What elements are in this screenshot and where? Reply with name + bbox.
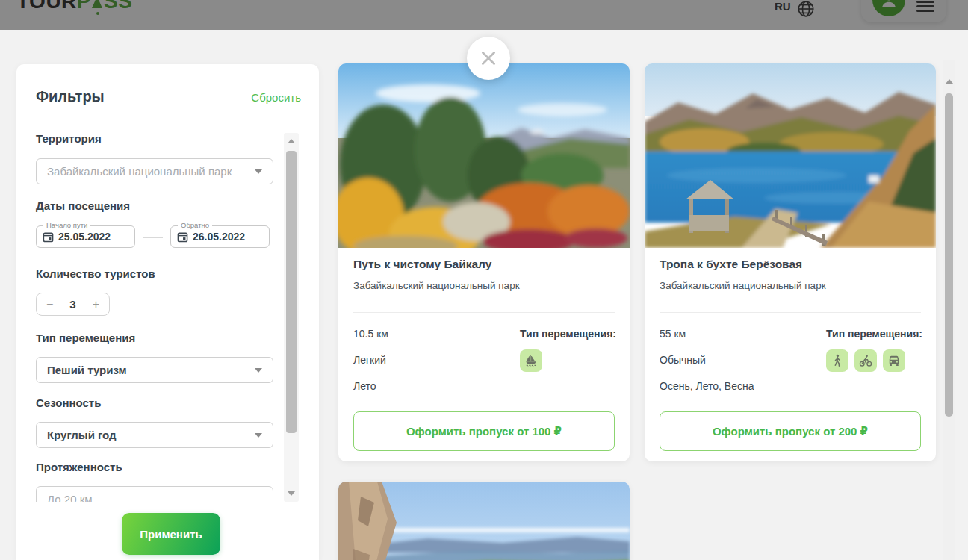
divider [353,312,615,313]
route-park: Забайкальский национальный парк [353,280,520,291]
season-label: Сезонность [36,396,101,409]
territory-label: Территория [36,132,102,145]
chevron-down-icon [255,368,262,373]
chevron-down-icon [255,169,262,174]
movement-types-label: Тип перемещения: [826,328,922,340]
stepper-plus-button[interactable]: + [93,299,99,311]
date-start-legend: Начало пути [43,221,90,229]
route-difficulty: Обычный [660,354,706,366]
date-start-value: 25.05.2022 [58,231,111,243]
route-photo-autumn-forest [338,63,630,248]
length-label: Протяженность [36,461,122,473]
date-range-dash [143,237,163,238]
date-end-legend: Обратно [178,221,212,229]
tourists-stepper: − 3 + [36,293,110,316]
cycling-icon [854,349,877,372]
movement-label: Тип перемещения [36,332,135,344]
car-icon [883,349,905,372]
territory-value: Забайкальский национальный парк [47,165,232,178]
length-select-clipped: До 20 км [36,486,273,502]
route-card[interactable]: Тропа к бухте Берёзовая Забайкальский на… [645,63,936,461]
panel-scrollbar[interactable] [284,133,299,502]
date-end-field[interactable]: Обратно 26.05.2022 [170,225,270,248]
route-card[interactable] [338,482,630,560]
filters-panel: Фильтры Сбросить Территория Забайкальски… [16,64,319,560]
calendar-icon [177,231,188,243]
route-difficulty: Легкий [353,354,386,366]
close-modal-button[interactable] [467,37,510,80]
page-scrollbar-thumb[interactable] [945,93,953,417]
date-start-field[interactable]: Начало пути 25.05.2022 [36,225,135,248]
season-value: Круглый год [47,429,117,441]
calendar-icon [43,231,54,243]
modal-backdrop [0,0,968,30]
movement-value: Пеший туризм [47,364,127,376]
route-photo-cliff-bay [338,482,630,560]
divider [660,312,921,313]
route-distance: 10.5 км [353,328,388,340]
get-pass-button[interactable]: Оформить пропуск от 100 ₽ [353,411,615,451]
route-card[interactable]: Путь к чистому Байкалу Забайкальский нац… [338,63,630,461]
movement-types [826,349,905,372]
route-park: Забайкальский национальный парк [660,280,826,291]
dates-label: Даты посещения [36,199,130,212]
length-select[interactable]: До 20 км [36,486,273,502]
routes-modal: Фильтры Сбросить Территория Забайкальски… [0,30,968,560]
panel-scrollbar-thumb[interactable] [286,151,297,433]
chevron-down-icon [255,433,262,438]
route-distance: 55 км [660,328,686,340]
movement-select[interactable]: Пеший туризм [36,357,273,383]
sailing-icon [520,349,542,372]
movement-types-label: Тип перемещения: [520,328,616,340]
route-title: Путь к чистому Байкалу [353,258,491,271]
close-icon [479,49,498,68]
route-photo-lake-gazebo [645,63,936,248]
scroll-down-icon[interactable] [288,491,295,496]
movement-types [520,349,542,372]
route-seasons: Осень, Лето, Весна [660,380,754,392]
page-scrollbar[interactable] [943,60,955,560]
get-pass-button[interactable]: Оформить пропуск от 200 ₽ [660,411,921,451]
route-title: Тропа к бухте Берёзовая [660,258,802,271]
hiking-icon [826,349,848,372]
tourists-count: 3 [69,298,75,311]
route-seasons: Лето [353,380,376,392]
tourists-label: Количество туристов [36,267,155,280]
date-end-value: 26.05.2022 [193,231,245,243]
scroll-up-icon[interactable] [288,139,295,143]
season-select[interactable]: Круглый год [36,422,273,448]
territory-select[interactable]: Забайкальский национальный парк [36,158,273,184]
filters-title: Фильтры [36,88,105,105]
scroll-up-icon[interactable] [946,79,953,84]
stepper-minus-button[interactable]: − [46,299,53,311]
reset-filters-link[interactable]: Сбросить [251,91,301,104]
apply-filters-button[interactable]: Применить [122,513,220,555]
length-value: До 20 км [47,493,93,502]
